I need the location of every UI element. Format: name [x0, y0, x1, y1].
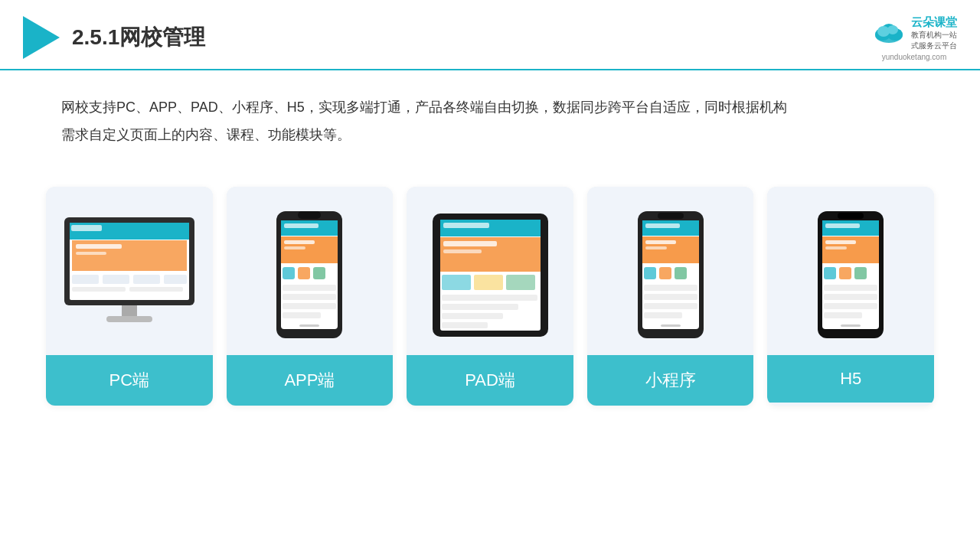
- svg-rect-35: [283, 312, 321, 318]
- svg-rect-45: [442, 275, 471, 290]
- svg-rect-54: [658, 213, 684, 219]
- svg-rect-61: [659, 267, 671, 279]
- svg-point-5: [887, 25, 898, 34]
- miniapp-device-icon: [636, 210, 705, 340]
- svg-rect-30: [298, 267, 310, 279]
- header-right: 云朵课堂 教育机构一站 式服务云平台 yunduoketang.com: [871, 14, 957, 61]
- svg-rect-29: [283, 267, 295, 279]
- card-h5-label: H5: [767, 355, 934, 403]
- svg-rect-48: [442, 295, 537, 301]
- svg-rect-63: [644, 285, 697, 291]
- svg-rect-23: [298, 211, 321, 219]
- svg-rect-19: [122, 305, 137, 318]
- svg-rect-72: [825, 223, 860, 228]
- svg-rect-83: [841, 324, 861, 327]
- brand-logo: 云朵课堂 教育机构一站 式服务云平台: [871, 14, 957, 51]
- app-device-icon: [275, 210, 344, 340]
- svg-rect-49: [442, 304, 518, 310]
- svg-rect-25: [284, 223, 318, 228]
- svg-rect-43: [443, 241, 497, 246]
- h5-image-area: [767, 187, 934, 355]
- description-line2: 需求自定义页面上的内容、课程、功能模块等。: [61, 121, 919, 148]
- svg-rect-28: [284, 246, 305, 249]
- svg-rect-56: [645, 223, 680, 228]
- card-pc-label: PC端: [46, 355, 213, 406]
- svg-rect-66: [644, 312, 682, 318]
- pad-image-area: [407, 187, 573, 355]
- card-miniapp-label: 小程序: [587, 355, 754, 406]
- svg-rect-65: [644, 303, 697, 309]
- svg-rect-31: [313, 267, 325, 279]
- svg-rect-34: [283, 303, 336, 309]
- svg-rect-62: [675, 267, 687, 279]
- header-left: 2.5.1网校管理: [23, 16, 205, 59]
- svg-rect-16: [164, 275, 187, 284]
- svg-rect-17: [72, 287, 126, 292]
- svg-rect-14: [103, 275, 129, 284]
- svg-rect-82: [824, 312, 862, 318]
- card-miniapp: 小程序: [587, 187, 754, 406]
- svg-rect-79: [824, 285, 877, 291]
- svg-rect-67: [661, 324, 681, 327]
- svg-rect-80: [824, 294, 877, 300]
- svg-rect-64: [644, 294, 697, 300]
- svg-rect-76: [824, 267, 836, 279]
- page-title: 2.5.1网校管理: [72, 23, 205, 52]
- pc-device-icon: [60, 214, 198, 336]
- svg-rect-12: [76, 252, 106, 255]
- app-image-area: [227, 187, 394, 355]
- svg-rect-81: [824, 303, 877, 309]
- svg-rect-41: [443, 223, 489, 228]
- svg-rect-47: [506, 275, 535, 290]
- description-line1: 网校支持PC、APP、PAD、小程序、H5，实现多端打通，产品各终端自由切换，数…: [61, 93, 919, 121]
- card-pad-label: PAD端: [407, 355, 573, 406]
- brand-sub: 教育机构一站 式服务云平台: [911, 30, 957, 51]
- header: 2.5.1网校管理 云朵课堂 教育机构一站 式服务云平台 yunduoketan…: [0, 0, 980, 70]
- card-h5: H5: [767, 187, 934, 406]
- card-pc: PC端: [46, 187, 213, 406]
- svg-rect-46: [474, 275, 503, 290]
- svg-rect-58: [645, 240, 676, 244]
- brand-url: yunduoketang.com: [882, 53, 947, 61]
- svg-rect-27: [284, 240, 315, 244]
- svg-rect-75: [825, 246, 847, 249]
- cloud-icon: [871, 21, 906, 44]
- svg-rect-78: [854, 267, 867, 279]
- svg-rect-77: [839, 267, 851, 279]
- svg-rect-74: [825, 240, 856, 244]
- svg-rect-33: [283, 294, 336, 300]
- svg-rect-32: [283, 285, 336, 291]
- svg-rect-36: [299, 324, 319, 327]
- svg-rect-51: [442, 322, 488, 328]
- svg-rect-18: [129, 287, 183, 292]
- pad-device-icon: [431, 212, 550, 338]
- miniapp-image-area: [587, 187, 754, 355]
- svg-rect-20: [106, 316, 152, 322]
- brand-name: 云朵课堂: [911, 14, 957, 30]
- description-section: 网校支持PC、APP、PAD、小程序、H5，实现多端打通，产品各终端自由切换，数…: [0, 70, 980, 156]
- logo-triangle-icon: [23, 16, 60, 59]
- card-pad: PAD端: [407, 187, 573, 406]
- svg-rect-50: [442, 313, 503, 319]
- card-app: APP端: [227, 187, 394, 406]
- card-app-label: APP端: [227, 355, 394, 406]
- pc-image-area: [46, 187, 213, 355]
- svg-rect-13: [72, 275, 99, 284]
- svg-rect-11: [76, 244, 122, 249]
- svg-rect-60: [644, 267, 656, 279]
- svg-rect-9: [71, 225, 102, 231]
- svg-rect-44: [443, 249, 482, 253]
- svg-rect-70: [838, 213, 864, 219]
- svg-rect-15: [133, 275, 160, 284]
- svg-rect-59: [645, 246, 667, 249]
- device-cards-section: PC端: [0, 164, 980, 421]
- h5-device-icon: [816, 210, 885, 340]
